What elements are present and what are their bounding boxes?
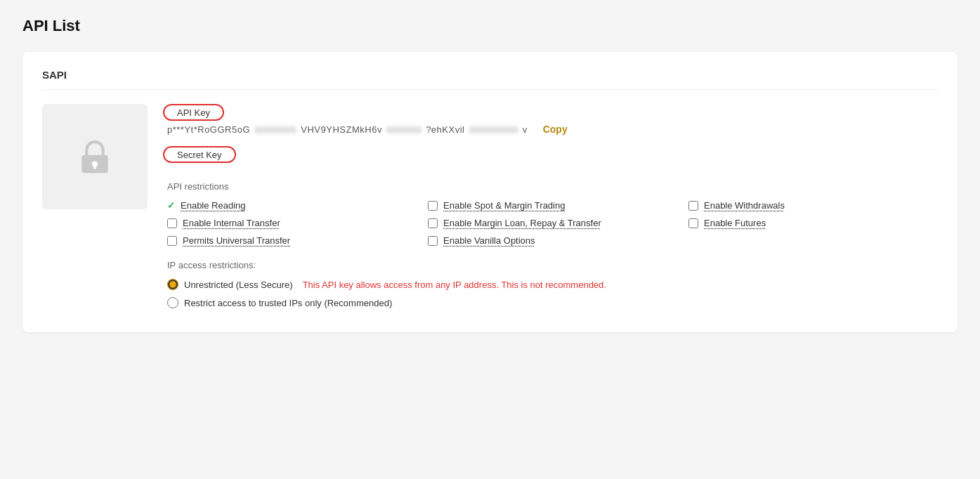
api-key-row: API Key p***Yt*RoGGR5oG VHV9YHSZMkH6v ?e… — [167, 107, 938, 136]
lock-icon-box — [42, 104, 148, 209]
checkbox-enable-margin-loan: Enable Margin Loan, Repay & Transfer — [428, 218, 677, 228]
api-key-value: p***Yt*RoGGR5oG VHV9YHSZMkH6v ?ehKXvil v — [167, 124, 528, 135]
ip-title: IP access restrictions: — [167, 260, 938, 270]
restrictions-title: API restrictions — [167, 181, 938, 192]
checkbox-enable-internal-transfer: Enable Internal Transfer — [167, 218, 417, 228]
api-key-suffix: v — [523, 124, 528, 135]
enable-spot-margin-checkbox[interactable] — [428, 201, 438, 211]
copy-button[interactable]: Copy — [539, 122, 572, 136]
enable-vanilla-options-checkbox[interactable] — [428, 236, 438, 246]
permits-universal-transfer-label: Permits Universal Transfer — [183, 235, 290, 246]
restrictions-col1: ✓ Enable Reading Enable Internal Transfe… — [167, 200, 417, 246]
restrictions-section: API restrictions ✓ Enable Reading Enable… — [167, 181, 938, 246]
api-entry: API Key p***Yt*RoGGR5oG VHV9YHSZMkH6v ?e… — [42, 104, 938, 315]
restrictions-col3: Enable Withdrawals Enable Futures — [688, 200, 938, 246]
radio-trusted-ips: Restrict access to trusted IPs only (Rec… — [167, 297, 938, 308]
api-key-label: API Key — [167, 105, 220, 120]
api-key-label-wrap: API Key — [167, 107, 220, 118]
api-key-mid1: VHV9YHSZMkH6v — [301, 124, 382, 135]
checkbox-enable-withdrawals: Enable Withdrawals — [688, 200, 938, 211]
api-key-blur3 — [469, 126, 518, 133]
enable-spot-margin-label: Enable Spot & Margin Trading — [443, 200, 565, 211]
enable-futures-label: Enable Futures — [704, 218, 766, 228]
api-key-blur1 — [254, 126, 296, 133]
enable-reading-label: Enable Reading — [181, 200, 246, 211]
enable-vanilla-options-label: Enable Vanilla Options — [443, 235, 535, 246]
secret-key-label-wrap: Secret Key — [167, 149, 232, 160]
unrestricted-warning: This API key allows access from any IP a… — [303, 280, 606, 290]
api-key-mid2: ?ehKXvil — [426, 124, 464, 135]
unrestricted-radio[interactable] — [167, 279, 178, 290]
secret-key-row: Secret Key — [167, 149, 938, 164]
trusted-ips-label: Restrict access to trusted IPs only (Rec… — [184, 298, 392, 308]
enable-futures-checkbox[interactable] — [688, 218, 698, 228]
restrictions-col2: Enable Spot & Margin Trading Enable Marg… — [428, 200, 677, 246]
restrictions-grid: ✓ Enable Reading Enable Internal Transfe… — [167, 200, 938, 246]
lock-icon — [75, 137, 115, 176]
enable-withdrawals-label: Enable Withdrawals — [704, 200, 785, 211]
section-label: SAPI — [42, 69, 938, 90]
enable-margin-loan-checkbox[interactable] — [428, 218, 438, 228]
api-key-value-row: p***Yt*RoGGR5oG VHV9YHSZMkH6v ?ehKXvil v… — [167, 122, 938, 136]
page-title: API List — [22, 17, 958, 35]
svg-rect-2 — [93, 165, 96, 169]
unrestricted-label: Unrestricted (Less Secure) — [184, 280, 293, 290]
enable-withdrawals-checkbox[interactable] — [688, 201, 698, 211]
checkmark-icon: ✓ — [167, 200, 175, 211]
page-container: API List SAPI API Key — [0, 0, 980, 479]
checkbox-permits-universal-transfer: Permits Universal Transfer — [167, 235, 417, 246]
checkbox-enable-reading: ✓ Enable Reading — [167, 200, 417, 211]
enable-margin-loan-label: Enable Margin Loan, Repay & Transfer — [443, 218, 601, 228]
checkbox-enable-vanilla-options: Enable Vanilla Options — [428, 235, 677, 246]
radio-unrestricted: Unrestricted (Less Secure) This API key … — [167, 279, 938, 290]
api-key-blur2 — [386, 126, 422, 133]
enable-internal-transfer-label: Enable Internal Transfer — [183, 218, 280, 228]
checkbox-enable-spot-margin: Enable Spot & Margin Trading — [428, 200, 677, 211]
trusted-ips-radio[interactable] — [167, 297, 178, 308]
ip-section: IP access restrictions: Unrestricted (Le… — [167, 260, 938, 308]
secret-key-label: Secret Key — [167, 147, 232, 162]
api-details: API Key p***Yt*RoGGR5oG VHV9YHSZMkH6v ?e… — [167, 104, 938, 315]
checkbox-enable-futures: Enable Futures — [688, 218, 938, 228]
api-card: SAPI API Key — [22, 52, 958, 332]
permits-universal-transfer-checkbox[interactable] — [167, 236, 177, 246]
enable-internal-transfer-checkbox[interactable] — [167, 218, 177, 228]
api-key-prefix: p***Yt*RoGGR5oG — [167, 124, 250, 135]
